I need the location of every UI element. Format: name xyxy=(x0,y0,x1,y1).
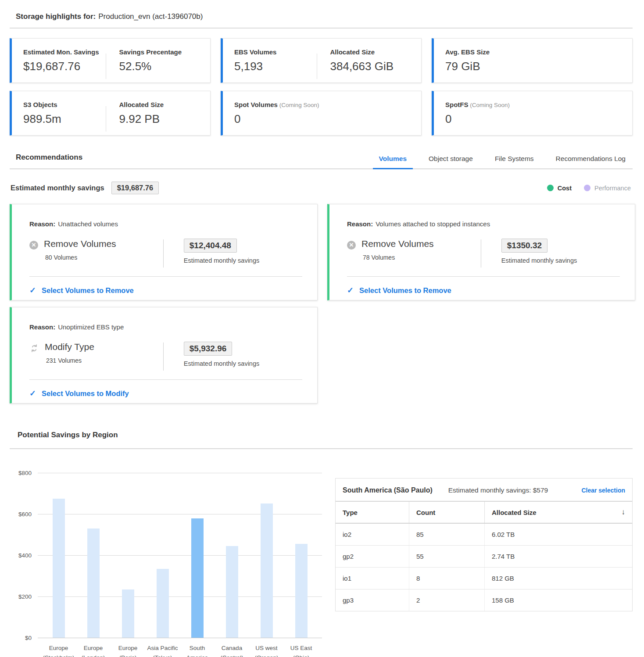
bar-cell xyxy=(145,569,180,638)
x-tick-region: Asia Pacific xyxy=(145,643,180,653)
bar-cell xyxy=(180,518,215,638)
stat-value: 52.5% xyxy=(119,60,202,73)
stat-label: Allocated Size xyxy=(330,48,413,56)
x-tick-region: South America xyxy=(180,643,215,657)
stat-label: Spot Volumes (Coming Soon) xyxy=(234,101,412,108)
bar-us-west-oregon[interactable] xyxy=(261,503,273,638)
region-content: $800$600$400$200$0 Europe(Stockholm)Euro… xyxy=(10,473,633,657)
bar-cell xyxy=(284,544,318,638)
rec-action-title: Remove Volumes xyxy=(44,239,116,249)
stat-label-text: Allocated Size xyxy=(119,101,164,108)
x-tick-region: Europe xyxy=(76,643,111,653)
table-cell: 85 xyxy=(409,524,484,545)
column-header-allocated-size[interactable]: Allocated Size↓ xyxy=(484,502,632,523)
stat-value: 5,193 xyxy=(234,60,317,73)
bar-europe-stockholm[interactable] xyxy=(53,499,65,638)
x-tick-label: Canada(Central) xyxy=(215,643,249,657)
select-volumes-to-modify-link[interactable]: Select Volumes to Modify xyxy=(42,389,129,398)
table-row[interactable]: gp2552.74 TB xyxy=(336,546,632,568)
bar-us-east-ohio[interactable] xyxy=(295,544,308,638)
performance-dot-icon xyxy=(584,185,590,191)
stat-savings-precentage: Savings Precentage52.5% xyxy=(119,44,202,82)
stat-label-text: Allocated Size xyxy=(330,48,375,56)
checkmark-icon: ✓ xyxy=(29,286,36,295)
stat-value: 79 GiB xyxy=(445,60,623,73)
stat-label: Avg. EBS Size xyxy=(445,48,623,56)
table-cell: 55 xyxy=(409,546,484,567)
x-tick-label: Asia Pacific(Tokyo) xyxy=(145,643,180,657)
region-table-column-headers: TypeCountAllocated Size↓ xyxy=(336,501,632,524)
stat-card: EBS Volumes5,193Allocated Size384,663 Gi… xyxy=(221,38,422,83)
account-name: Production_evn (act-1396070b) xyxy=(98,12,203,21)
bar-south-america-s-o-paulo[interactable] xyxy=(191,518,204,638)
stat-label-text: EBS Volumes xyxy=(234,48,276,56)
clear-selection-link[interactable]: Clear selection xyxy=(581,487,625,494)
stat-allocated-size: Allocated Size9.92 PB xyxy=(119,96,202,135)
page-title: Storage highlights for:Production_evn (a… xyxy=(10,8,633,28)
rec-savings-block: $1350.32Estimated monthly savings xyxy=(501,239,577,264)
column-header-label: Type xyxy=(343,509,358,516)
region-section-title: Potential Savings by Region xyxy=(10,431,633,439)
stat-label: Savings Precentage xyxy=(119,48,202,56)
table-row[interactable]: io2856.02 TB xyxy=(336,524,632,546)
bar-canada-central[interactable] xyxy=(226,546,238,638)
stat-label: S3 Objects xyxy=(23,101,106,108)
legend-label: Cost xyxy=(558,185,572,192)
chart-bars xyxy=(41,473,318,638)
y-tick-label: $0 xyxy=(25,635,32,641)
column-header-type[interactable]: Type xyxy=(336,502,409,523)
x-tick-city: (Oregon) xyxy=(249,653,284,657)
remove-circle-icon: ✕ xyxy=(29,241,38,250)
column-header-label: Allocated Size xyxy=(492,509,537,516)
table-row[interactable]: gp32158 GB xyxy=(336,589,632,611)
recommendations-header: Recommendations VolumesObject storageFil… xyxy=(10,153,633,169)
rec-savings-value: $12,404.48 xyxy=(184,239,237,253)
recommendation-card: Reason:Volumes attached to stopped insta… xyxy=(327,204,635,300)
recommendations-title: Recommendations xyxy=(16,153,82,168)
tab-volumes[interactable]: Volumes xyxy=(378,155,408,168)
stat-label-text: Savings Precentage xyxy=(119,48,182,56)
x-tick-label: Europe(London) xyxy=(76,643,111,657)
rec-titles: Remove Volumes80 Volumes xyxy=(44,239,116,261)
select-volumes-to-remove-link[interactable]: Select Volumes to Remove xyxy=(42,286,134,295)
x-tick-region: Canada xyxy=(215,643,249,653)
recommendations-tabs: VolumesObject storageFile SystemsRecomme… xyxy=(378,155,633,168)
x-tick-label: Europe(Stockholm) xyxy=(41,643,76,657)
stat-label: Allocated Size xyxy=(119,101,202,108)
x-tick-label: South America(São Paulo) xyxy=(180,643,215,657)
table-cell: io2 xyxy=(336,524,409,545)
reason-value: Unattached volumes xyxy=(58,220,118,228)
rec-titles: Modify Type231 Volumes xyxy=(45,342,94,364)
x-tick-city: (Paris) xyxy=(111,653,145,657)
column-header-count[interactable]: Count xyxy=(409,502,484,523)
stat-divider xyxy=(317,54,317,79)
select-volumes-to-remove-link[interactable]: Select Volumes to Remove xyxy=(359,286,451,295)
table-row[interactable]: io18812 GB xyxy=(336,568,632,589)
rec-savings-block: $12,404.48Estimated monthly savings xyxy=(184,239,259,264)
checkmark-icon: ✓ xyxy=(347,286,354,295)
tab-file-systems[interactable]: File Systems xyxy=(494,155,535,168)
stat-ebs-volumes: EBS Volumes5,193 xyxy=(234,44,317,82)
bar-cell xyxy=(249,503,284,638)
bar-asia-pacific-tokyo[interactable] xyxy=(157,569,169,638)
stat-estimated-mon-savings: Estimated Mon. Savings$19,687.76 xyxy=(23,44,106,82)
table-cell: gp3 xyxy=(336,589,409,611)
tab-recommendations-log[interactable]: Recommendations Log xyxy=(555,155,626,168)
stat-divider xyxy=(106,54,106,79)
reason-value: Volumes attached to stopped instances xyxy=(376,220,490,228)
bar-europe-london[interactable] xyxy=(87,528,100,638)
reason-text: Reason:Unoptimized EBS type xyxy=(29,323,302,331)
bar-cell xyxy=(41,499,76,638)
table-cell: 8 xyxy=(409,568,484,589)
bar-cell xyxy=(76,528,111,638)
stat-label-text: Avg. EBS Size xyxy=(445,48,490,56)
stat-spot-volumes: Spot Volumes (Coming Soon)0 xyxy=(234,96,412,135)
stat-value: 9.92 PB xyxy=(119,112,202,126)
page-title-label: Storage highlights for: xyxy=(16,12,96,21)
sort-descending-icon[interactable]: ↓ xyxy=(622,508,626,517)
tab-object-storage[interactable]: Object storage xyxy=(428,155,474,168)
bar-europe-paris[interactable] xyxy=(122,589,134,638)
x-tick-region: US west xyxy=(249,643,284,653)
stat-value: 0 xyxy=(234,112,412,126)
recommendation-cards: Reason:Unattached volumes✕Remove Volumes… xyxy=(10,204,633,403)
